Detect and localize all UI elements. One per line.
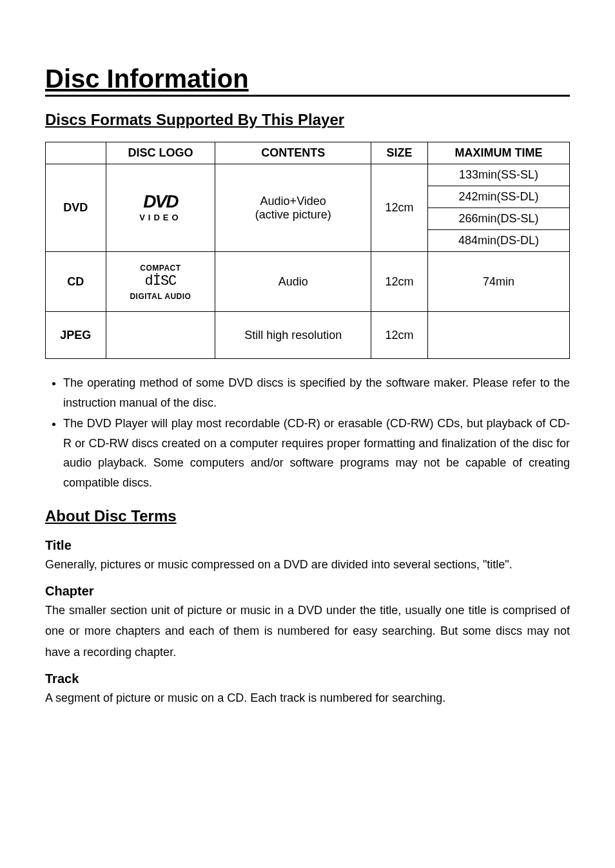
section-about-terms-heading: About Disc Terms (45, 507, 570, 525)
term-title-body: Generally, pictures or music compressed … (45, 554, 570, 575)
term-chapter-body: The smaller section unit of picture or m… (45, 600, 570, 662)
page: Disc Information Discs Formats Supported… (0, 0, 615, 868)
cd-size-cell: 12cm (371, 252, 428, 312)
dvd-time-cell: 133min(SS-SL) (427, 164, 569, 186)
table-header-row: DISC LOGO CONTENTS SIZE MAXIMUM TIME (46, 142, 570, 164)
table-row: JPEG Still high resolution 12cm (46, 312, 570, 359)
jpeg-time-cell (427, 312, 569, 359)
jpeg-size-cell: 12cm (371, 312, 428, 359)
dvd-size-cell: 12cm (371, 164, 428, 252)
disc-formats-table: DISC LOGO CONTENTS SIZE MAXIMUM TIME DVD… (45, 142, 570, 359)
dvd-logo-text-top: DVD (143, 191, 177, 211)
table-row: CD COMPACT dİSC DIGITAL AUDIO Audio 12cm… (46, 252, 570, 312)
jpeg-contents-cell: Still high resolution (215, 312, 371, 359)
list-item: The DVD Player will play most recordable… (63, 414, 570, 492)
dvd-time-cell: 484min(DS-DL) (427, 230, 569, 252)
cd-logo-cell: COMPACT dİSC DIGITAL AUDIO (106, 252, 215, 312)
dvd-logo-cell: DVD VIDEO (106, 164, 215, 252)
cd-logo-compact: COMPACT (140, 264, 181, 273)
dvd-contents-line2: (active picture) (255, 208, 331, 221)
dvd-contents-line1: Audio+Video (260, 195, 326, 207)
col-header-maxtime: MAXIMUM TIME (427, 142, 569, 164)
term-chapter-heading: Chapter (45, 584, 570, 599)
jpeg-label-cell: JPEG (46, 312, 106, 359)
dvd-label-cell: DVD (46, 164, 106, 252)
page-title: Disc Information (45, 64, 570, 97)
list-item: The operating method of some DVD discs i… (63, 373, 570, 412)
col-header-contents: CONTENTS (215, 142, 371, 164)
table-row: DVD DVD VIDEO Audio+Video (active pictur… (46, 164, 570, 186)
cd-time-cell: 74min (427, 252, 569, 312)
term-track-heading: Track (45, 671, 570, 686)
cd-logo-disc: dİSC (145, 273, 177, 289)
col-header-size: SIZE (371, 142, 428, 164)
dvd-time-cell: 266min(DS-SL) (427, 208, 569, 230)
dvd-time-cell: 242min(SS-DL) (427, 186, 569, 208)
dvd-video-logo-icon: DVD VIDEO (139, 193, 181, 222)
cd-label-cell: CD (46, 252, 106, 312)
col-header-logo: DISC LOGO (106, 142, 215, 164)
cd-contents-cell: Audio (215, 252, 371, 312)
term-track-body: A segment of picture or music on a CD. E… (45, 688, 570, 708)
col-header-blank (46, 142, 106, 164)
dvd-logo-text-bottom: VIDEO (139, 213, 181, 222)
jpeg-logo-cell (106, 312, 215, 359)
term-title-heading: Title (45, 538, 570, 553)
cd-logo-digital: DIGITAL AUDIO (130, 292, 191, 301)
compact-disc-logo-icon: COMPACT dİSC DIGITAL AUDIO (130, 261, 191, 302)
section-supported-formats-heading: Discs Formats Supported By This Player (45, 111, 570, 129)
notes-list: The operating method of some DVD discs i… (45, 373, 570, 493)
dvd-contents-cell: Audio+Video (active picture) (215, 164, 371, 252)
